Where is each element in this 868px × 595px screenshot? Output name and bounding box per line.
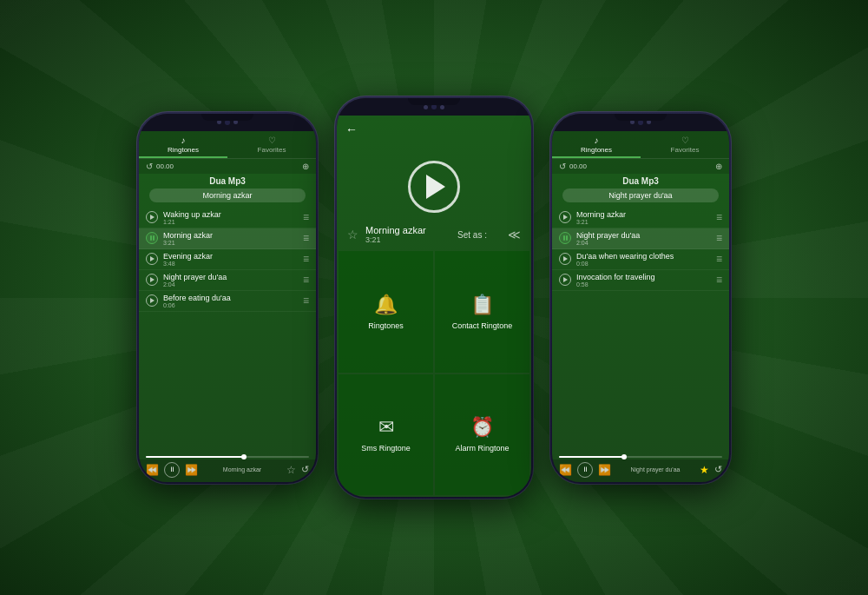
pause-btn-r2[interactable] (559, 232, 571, 244)
tab-favorites-right[interactable]: ♡ Favorites (641, 131, 729, 158)
song-item-r1[interactable]: Morning azkar 3:21 ≡ (552, 208, 729, 228)
bottom-controls-right: ⏪ ⏸ ⏩ Night prayer du'aa ★ ↺ (552, 459, 729, 482)
play-btn-3[interactable] (146, 253, 158, 265)
camera-mid (431, 104, 437, 109)
progress-track-left[interactable] (146, 456, 309, 458)
tab-favorites-label-right: Favorites (671, 146, 700, 154)
tab-bar-right: ♪ Ringtones ♡ Favorites (552, 131, 729, 159)
set-as-grid: 🔔 Ringtones 📋 Contact Ringtone ✉ Sms Rin… (337, 251, 531, 497)
set-as-alarm[interactable]: ⏰ Alarm Ringtone (435, 374, 529, 496)
play-btn-r4[interactable] (559, 274, 571, 286)
fav-star-right[interactable]: ★ (700, 464, 709, 476)
alarm-icon: ⏰ (470, 416, 494, 439)
song-item-1[interactable]: Waking up azkar 1:21 ≡ (139, 208, 316, 228)
song-dur-4: 2:04 (163, 281, 298, 288)
play-btn-r3[interactable] (559, 253, 571, 265)
song-item-2[interactable]: Morning azkar 3:21 ≡ (139, 228, 316, 249)
share-icon-right[interactable]: ⊕ (715, 162, 722, 171)
time-right: 00.00 (569, 162, 587, 170)
pause-btn-bottom-left[interactable]: ⏸ (164, 462, 180, 478)
back-button[interactable]: ← (337, 116, 531, 143)
phone-top-bar-left (139, 114, 316, 131)
progress-fill-right (559, 456, 624, 458)
big-play-button[interactable] (408, 161, 460, 213)
song-dur-r2: 2:04 (576, 240, 711, 246)
phone-right: ♪ Ringtones ♡ Favorites ↺ 00.00 ⊕ Dua Mp… (549, 111, 732, 485)
tab-ringtones-left[interactable]: ♪ Ringtones (139, 131, 227, 158)
time-left: 00.00 (156, 162, 174, 170)
app-title-left: Dua Mp3 (139, 174, 316, 187)
menu-icon-3[interactable]: ≡ (303, 253, 309, 265)
play-btn-1[interactable] (146, 211, 158, 223)
menu-icon-5[interactable]: ≡ (303, 294, 309, 307)
song-meta-info: Morning azkar 3:21 (358, 225, 437, 244)
share-icon-mid[interactable]: ≪ (508, 228, 521, 241)
tab-ringtones-label-left: Ringtones (168, 146, 199, 154)
song-dur-2: 3:21 (163, 240, 298, 246)
menu-icon-r4[interactable]: ≡ (716, 274, 722, 286)
tab-ringtones-right[interactable]: ♪ Ringtones (552, 131, 641, 158)
phone-top-bar-mid (337, 98, 531, 116)
heart-icon-left: ♡ (268, 136, 276, 145)
player-bar-right: ↺ 00.00 ⊕ (552, 159, 729, 174)
sleep-icon-left[interactable]: ↺ (301, 464, 309, 475)
song-dur-5: 0:06 (163, 302, 298, 308)
dot6 (647, 120, 651, 124)
heart-icon-right: ♡ (681, 136, 689, 145)
current-song-left[interactable]: Morning azkar (149, 188, 306, 202)
song-item-r4[interactable]: Invocation for traveling 0:58 ≡ (552, 270, 729, 291)
phone-middle: ← ☆ Morning azkar 3:21 Set as : ≪ (334, 96, 534, 499)
menu-icon-r2[interactable]: ≡ (716, 232, 722, 244)
refresh-icon-right[interactable]: ↺ (559, 162, 566, 171)
star-icon-mid[interactable]: ☆ (347, 228, 358, 241)
ringtone-icon: 🔔 (374, 294, 398, 316)
song-item-4[interactable]: Night prayer du'aa 2:04 ≡ (139, 270, 316, 291)
set-as-ringtone[interactable]: 🔔 Ringtones (339, 251, 433, 373)
tab-favorites-label-left: Favorites (258, 146, 286, 154)
menu-icon-2[interactable]: ≡ (303, 232, 309, 244)
dot5 (630, 120, 635, 124)
progress-fill-left (146, 456, 244, 458)
pause-btn-bottom-right[interactable]: ⏸ (577, 462, 593, 478)
set-as-sms[interactable]: ✉ Sms Ringtone (339, 374, 433, 496)
refresh-icon-left[interactable]: ↺ (146, 162, 153, 171)
play-btn-r1[interactable] (559, 211, 571, 223)
song-name-r2: Night prayer du'aa (576, 231, 711, 240)
song-info-r2: Night prayer du'aa 2:04 (576, 231, 711, 246)
song-name-5: Before eating du'aa (163, 294, 298, 302)
song-info-4: Night prayer du'aa 2:04 (163, 273, 298, 288)
song-item-r2[interactable]: Night prayer du'aa 2:04 ≡ (552, 228, 729, 249)
forward-btn-left[interactable]: ⏩ (185, 464, 198, 476)
music-icon-left: ♪ (181, 136, 186, 145)
song-item-3[interactable]: Evening azkar 3:48 ≡ (139, 249, 316, 270)
play-btn-5[interactable] (146, 294, 158, 307)
phone-top-bar-right (552, 114, 729, 131)
menu-icon-1[interactable]: ≡ (303, 211, 309, 223)
now-playing-left: Morning azkar (203, 466, 281, 473)
tab-favorites-left[interactable]: ♡ Favorites (227, 131, 316, 158)
app-title-right: Dua Mp3 (552, 174, 729, 187)
rewind-btn-right[interactable]: ⏪ (559, 464, 572, 476)
song-info-5: Before eating du'aa 0:06 (163, 294, 298, 308)
song-info-2: Morning azkar 3:21 (163, 231, 298, 246)
menu-icon-r1[interactable]: ≡ (716, 211, 722, 223)
set-as-contact[interactable]: 📋 Contact Ringtone (435, 251, 529, 373)
menu-icon-4[interactable]: ≡ (303, 274, 309, 286)
sleep-icon-right[interactable]: ↺ (714, 464, 722, 475)
contact-label: Contact Ringtone (452, 321, 513, 330)
play-btn-4[interactable] (146, 274, 158, 286)
menu-icon-r3[interactable]: ≡ (716, 253, 722, 265)
fav-star-left[interactable]: ☆ (286, 464, 296, 476)
share-icon-left[interactable]: ⊕ (302, 162, 309, 171)
progress-track-right[interactable] (559, 456, 722, 458)
song-name-4: Night prayer du'aa (163, 273, 298, 281)
forward-btn-right[interactable]: ⏩ (598, 464, 611, 476)
current-song-right[interactable]: Night prayer du'aa (562, 188, 719, 202)
sms-label: Sms Ringtone (361, 444, 411, 453)
pause-btn-2[interactable] (146, 232, 158, 244)
song-name-1: Waking up azkar (163, 210, 298, 219)
song-item-5[interactable]: Before eating du'aa 0:06 ≡ (139, 291, 316, 312)
song-item-r3[interactable]: Du'aa when wearing clothes 0:08 ≡ (552, 249, 729, 270)
rewind-btn-left[interactable]: ⏪ (146, 464, 159, 476)
song-dur-r3: 0:08 (576, 261, 711, 267)
